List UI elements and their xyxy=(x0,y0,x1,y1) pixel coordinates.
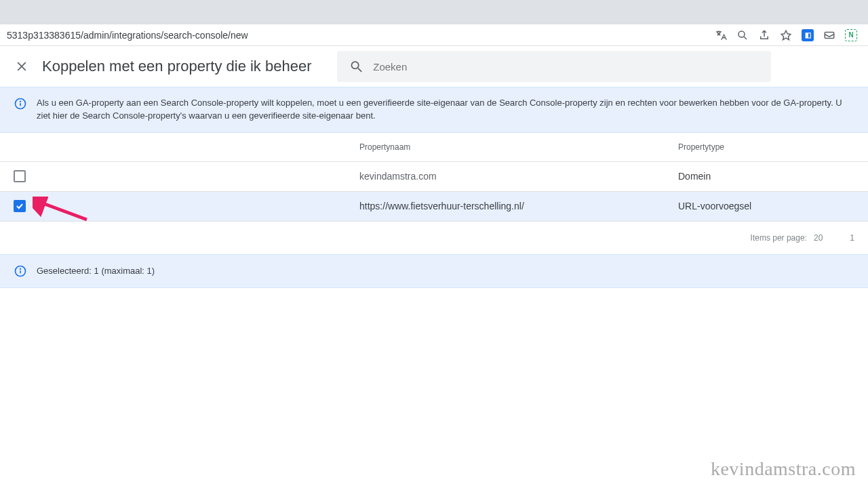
svg-marker-2 xyxy=(781,30,791,40)
info-text: Als u een GA-property aan een Search Con… xyxy=(37,97,854,123)
info-banner: Als u een GA-property aan een Search Con… xyxy=(0,87,868,133)
search-box[interactable] xyxy=(337,51,771,82)
page-title: Koppelen met een property die ik beheer xyxy=(42,58,311,75)
table-row[interactable]: kevindamstra.com Domein xyxy=(0,162,868,192)
svg-line-1 xyxy=(744,37,747,39)
row-property-type: Domein xyxy=(678,171,854,182)
items-per-page-label: Items per page: xyxy=(751,233,807,243)
table-header: Propertynaam Propertytype xyxy=(0,133,868,162)
svg-point-0 xyxy=(738,31,745,37)
browser-address-bar: 5313p313383615/admin/integrations/search… xyxy=(0,24,868,46)
close-button[interactable] xyxy=(14,58,30,75)
info-icon xyxy=(14,97,27,110)
url-text[interactable]: 5313p313383615/admin/integrations/search… xyxy=(7,30,715,41)
svg-point-13 xyxy=(20,268,21,269)
row-checkbox[interactable] xyxy=(14,170,26,182)
info-icon xyxy=(14,264,27,278)
browser-tab-strip xyxy=(0,0,868,24)
extension-icon-2[interactable] xyxy=(823,29,835,41)
row-property-type: URL-voorvoegsel xyxy=(678,201,854,211)
search-input[interactable] xyxy=(373,61,759,73)
col-header-type[interactable]: Propertytype xyxy=(678,142,854,152)
extension-icon-1[interactable]: ◧ xyxy=(802,29,814,41)
svg-line-7 xyxy=(358,68,361,72)
selection-text: Geselecteerd: 1 (maximaal: 1) xyxy=(37,266,155,276)
selection-banner: Geselecteerd: 1 (maximaal: 1) xyxy=(0,254,868,288)
translate-icon[interactable] xyxy=(715,29,727,41)
star-icon[interactable] xyxy=(780,29,792,41)
row-property-name: kevindamstra.com xyxy=(359,171,678,182)
search-icon xyxy=(349,59,363,74)
browser-toolbar-icons: ◧ N xyxy=(715,29,861,41)
col-header-name[interactable]: Propertynaam xyxy=(359,142,678,152)
page-header: Koppelen met een property die ik beheer xyxy=(0,46,868,87)
svg-point-10 xyxy=(20,101,21,102)
page-range: 1 xyxy=(850,233,854,243)
table-row[interactable]: https://www.fietsverhuur-terschelling.nl… xyxy=(0,192,868,222)
pagination: Items per page: 20 1 xyxy=(0,222,868,254)
extension-icon-3[interactable]: N xyxy=(845,29,857,41)
row-property-name: https://www.fietsverhuur-terschelling.nl… xyxy=(359,201,678,211)
zoom-icon[interactable] xyxy=(736,29,749,41)
items-per-page-value[interactable]: 20 xyxy=(814,233,823,243)
share-icon[interactable] xyxy=(758,29,770,41)
row-checkbox[interactable] xyxy=(14,200,26,212)
svg-point-6 xyxy=(352,62,359,68)
